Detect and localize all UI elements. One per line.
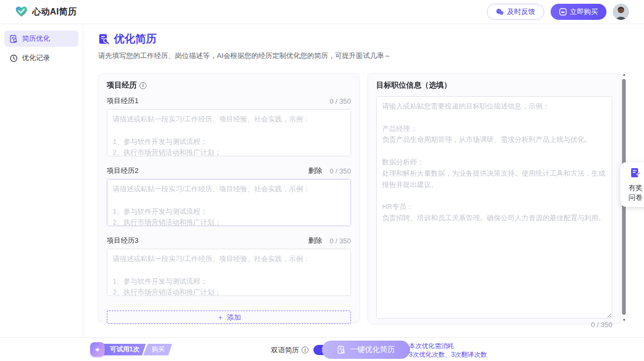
- info-icon[interactable]: i: [302, 346, 309, 353]
- survey-label-line1: 有奖: [623, 183, 644, 193]
- project-experience-2-textarea[interactable]: [107, 179, 351, 226]
- char-counter: 0 / 350: [330, 237, 351, 245]
- one-click-optimize-button[interactable]: 一键优化简历: [322, 341, 410, 359]
- crown-badge-icon: [559, 8, 567, 16]
- sidebar-item-optimize-history[interactable]: 优化记录: [4, 50, 78, 66]
- footer-bar: ✦ 可试用1次 购买 双语简历 i 一键优化简历 本次优化需消耗 3次优化次数、…: [0, 337, 644, 361]
- cost-line1: 本次优化需消耗: [409, 342, 487, 350]
- resume-search-icon: [10, 35, 18, 43]
- page-title: 优化简历: [114, 32, 157, 46]
- page-subtitle: 请先填写您的工作经历、岗位描述等，AI会根据您的经历定制优化您的简历，可提升面试…: [98, 51, 644, 61]
- buy-now-button[interactable]: 立即购买: [551, 4, 606, 20]
- app-header: 心动AI简历 及时反馈 立即购买: [0, 0, 644, 24]
- char-counter: 0 / 350: [376, 321, 612, 329]
- project-entry-3: 项目经历3 删除 0 / 350: [107, 236, 351, 296]
- survey-floating-widget[interactable]: 有奖 问卷: [620, 162, 644, 207]
- entry-label: 项目经历2: [107, 166, 138, 176]
- project-experience-1-textarea[interactable]: [107, 109, 351, 156]
- project-entry-1: 项目经历1 0 / 350: [107, 96, 351, 156]
- trial-count-label: 可试用1次: [103, 344, 146, 356]
- project-experience-panel: 项目经历 i 项目经历1 0 / 350 项目经历2 删除 0 / 350: [98, 73, 360, 323]
- target-panel-header: 目标职位信息（选填）: [376, 81, 612, 90]
- optimize-resume-icon: [98, 33, 109, 45]
- sidebar: 简历优化 优化记录: [0, 24, 83, 337]
- chat-bubbles-icon: [496, 9, 504, 16]
- entry-label: 项目经历3: [107, 236, 138, 246]
- doc-search-icon: [337, 345, 346, 354]
- project-panel-title: 项目经历: [107, 81, 137, 90]
- user-avatar[interactable]: [613, 4, 629, 20]
- sparkle-badge-icon: ✦: [90, 342, 105, 357]
- buy-link[interactable]: 购买: [143, 344, 172, 356]
- target-job-textarea[interactable]: [376, 96, 612, 319]
- add-label: 添加: [227, 313, 241, 322]
- sidebar-item-label: 简历优化: [22, 34, 50, 44]
- header-actions: 及时反馈 立即购买: [487, 4, 629, 20]
- entry-label: 项目经历1: [107, 96, 138, 106]
- delete-entry-button[interactable]: 删除: [308, 236, 322, 246]
- target-job-panel: 目标职位信息（选填） 0 / 350: [368, 73, 621, 324]
- bilingual-label: 双语简历: [271, 345, 299, 355]
- trial-badge[interactable]: ✦ 可试用1次 购买: [90, 342, 172, 357]
- add-experience-button[interactable]: ＋ 添加: [107, 311, 351, 324]
- logo-heart-icon: [15, 6, 28, 18]
- sidebar-item-resume-optimize[interactable]: 简历优化: [4, 31, 78, 47]
- scroll-up-arrow-icon[interactable]: ▲: [622, 73, 626, 77]
- buy-now-label: 立即购买: [570, 7, 598, 17]
- cost-note: 本次优化需消耗 3次优化次数、3次翻译次数: [409, 342, 487, 359]
- feedback-button[interactable]: 及时反馈: [487, 4, 544, 20]
- sidebar-item-label: 优化记录: [22, 53, 50, 63]
- info-icon[interactable]: i: [140, 82, 147, 89]
- cost-line2: 3次优化次数、3次翻译次数: [409, 350, 487, 359]
- brand: 心动AI简历: [15, 6, 77, 18]
- page-title-row: 优化简历: [98, 32, 644, 46]
- history-clock-icon: [10, 54, 18, 62]
- feedback-label: 及时反馈: [507, 7, 535, 17]
- scroll-down-arrow-icon[interactable]: ▼: [622, 318, 626, 322]
- survey-doc-pencil-icon: [630, 167, 641, 179]
- brand-name: 心动AI简历: [32, 6, 77, 18]
- char-counter: 0 / 350: [330, 167, 351, 175]
- entry-head: 项目经历1 0 / 350: [107, 96, 351, 106]
- entry-head: 项目经历2 删除 0 / 350: [107, 166, 351, 176]
- project-panel-header: 项目经历 i: [107, 81, 351, 90]
- project-entry-2: 项目经历2 删除 0 / 350: [107, 166, 351, 226]
- delete-entry-button[interactable]: 删除: [308, 166, 322, 176]
- main-content: 优化简历 请先填写您的工作经历、岗位描述等，AI会根据您的经历定制优化您的简历，…: [83, 24, 644, 337]
- panels-row: 项目经历 i 项目经历1 0 / 350 项目经历2 删除 0 / 350: [98, 73, 644, 324]
- char-counter: 0 / 350: [330, 97, 351, 105]
- plus-icon: ＋: [217, 313, 224, 322]
- project-experience-3-textarea[interactable]: [107, 249, 351, 296]
- survey-label-line2: 问卷: [623, 193, 644, 203]
- optimize-label: 一键优化简历: [350, 345, 395, 355]
- entry-head: 项目经历3 删除 0 / 350: [107, 236, 351, 246]
- target-panel-title: 目标职位信息（选填）: [376, 81, 451, 90]
